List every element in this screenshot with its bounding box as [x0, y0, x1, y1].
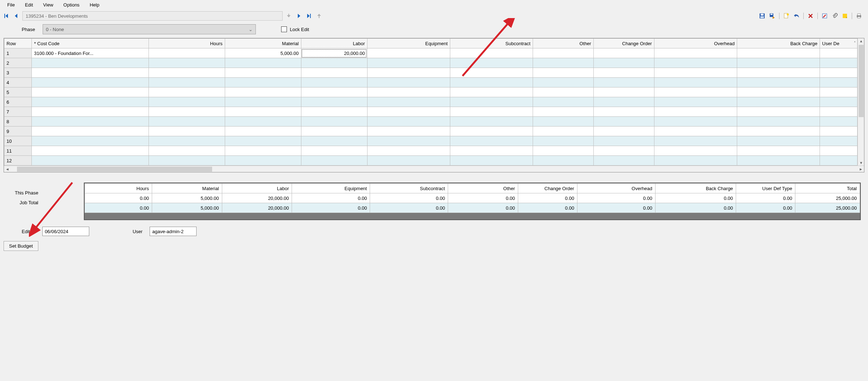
cell-material[interactable] — [225, 87, 301, 97]
cell-equipment[interactable] — [367, 97, 450, 107]
cell-labor[interactable] — [301, 156, 367, 166]
next-record-icon[interactable] — [295, 12, 303, 20]
cell-user_def[interactable] — [820, 78, 858, 87]
col-hours[interactable]: Hours — [149, 39, 225, 48]
sticky-note-icon[interactable] — [841, 12, 849, 20]
row-number[interactable]: 2 — [4, 58, 32, 68]
cell-user_def[interactable] — [820, 58, 858, 68]
col-back-charge[interactable]: Back Charge — [737, 39, 820, 48]
cell-user_def[interactable] — [820, 97, 858, 107]
cell-hours[interactable] — [149, 97, 225, 107]
col-row[interactable]: Row — [4, 39, 32, 48]
cell-change_order[interactable] — [593, 97, 654, 107]
row-number[interactable]: 5 — [4, 87, 32, 97]
cell-user_def[interactable] — [820, 68, 858, 78]
cell-user_def[interactable] — [820, 87, 858, 97]
cell-equipment[interactable] — [367, 136, 450, 146]
cell-overhead[interactable] — [654, 127, 737, 136]
cell-hours[interactable] — [149, 146, 225, 156]
phase-select[interactable]: 0 - None ⌄ — [43, 24, 256, 34]
vertical-scrollbar[interactable]: ▲ ▼ — [858, 38, 864, 166]
cell-overhead[interactable] — [654, 156, 737, 166]
cell-subcontract[interactable] — [450, 68, 533, 78]
cell-change_order[interactable] — [593, 136, 654, 146]
cell-material[interactable] — [225, 156, 301, 166]
row-number[interactable]: 10 — [4, 136, 32, 146]
cell-cost_code[interactable]: 3100.000 - Foundation For... — [32, 48, 149, 58]
cell-other[interactable] — [533, 87, 593, 97]
col-subcontract[interactable]: Subcontract — [450, 39, 533, 48]
row-number[interactable]: 9 — [4, 127, 32, 136]
cell-change_order[interactable] — [593, 156, 654, 166]
table-row[interactable]: 2 — [4, 58, 858, 68]
cell-change_order[interactable] — [593, 107, 654, 117]
delete-icon[interactable] — [807, 12, 815, 20]
cell-subcontract[interactable] — [450, 146, 533, 156]
cell-labor[interactable] — [301, 117, 367, 127]
edited-date-field[interactable]: 06/06/2024 — [42, 227, 89, 236]
cell-hours[interactable] — [149, 78, 225, 87]
cell-other[interactable] — [533, 136, 593, 146]
cell-labor[interactable] — [301, 127, 367, 136]
cell-user_def[interactable] — [820, 146, 858, 156]
print-icon[interactable] — [855, 12, 863, 20]
table-row[interactable]: 9 — [4, 127, 858, 136]
cell-cost_code[interactable] — [32, 146, 149, 156]
cell-subcontract[interactable] — [450, 127, 533, 136]
cell-subcontract[interactable] — [450, 87, 533, 97]
cell-material[interactable] — [225, 107, 301, 117]
cell-material[interactable] — [225, 68, 301, 78]
cell-other[interactable] — [533, 48, 593, 58]
cell-subcontract[interactable] — [450, 136, 533, 146]
cell-material[interactable] — [225, 78, 301, 87]
table-row[interactable]: 4 — [4, 78, 858, 87]
edit-note-icon[interactable] — [821, 12, 829, 20]
cell-cost_code[interactable] — [32, 127, 149, 136]
new-record-icon[interactable] — [782, 12, 790, 20]
cell-change_order[interactable] — [593, 78, 654, 87]
cell-back_charge[interactable] — [737, 68, 820, 78]
cell-back_charge[interactable] — [737, 58, 820, 68]
cell-back_charge[interactable] — [737, 87, 820, 97]
cell-equipment[interactable] — [367, 127, 450, 136]
cell-hours[interactable] — [149, 107, 225, 117]
table-row[interactable]: 6 — [4, 97, 858, 107]
popout-icon[interactable] — [315, 12, 323, 20]
cell-overhead[interactable] — [654, 107, 737, 117]
cell-change_order[interactable] — [593, 68, 654, 78]
cell-equipment[interactable] — [367, 156, 450, 166]
cell-other[interactable] — [533, 78, 593, 87]
table-row[interactable]: 12 — [4, 156, 858, 166]
cell-back_charge[interactable] — [737, 107, 820, 117]
cell-hours[interactable] — [149, 87, 225, 97]
cell-back_charge[interactable] — [737, 156, 820, 166]
record-selector[interactable]: 1395234 - Ben Developments — [22, 11, 283, 21]
cell-back_charge[interactable] — [737, 48, 820, 58]
cell-equipment[interactable] — [367, 107, 450, 117]
cell-subcontract[interactable] — [450, 107, 533, 117]
prev-record-icon[interactable] — [12, 12, 20, 20]
set-budget-button[interactable]: Set Budget — [4, 241, 38, 251]
cell-cost_code[interactable] — [32, 97, 149, 107]
cell-back_charge[interactable] — [737, 117, 820, 127]
cell-hours[interactable] — [149, 136, 225, 146]
cell-user_def[interactable] — [820, 48, 858, 58]
undo-icon[interactable] — [792, 12, 800, 20]
last-record-icon[interactable] — [305, 12, 313, 20]
cell-other[interactable] — [533, 97, 593, 107]
cell-other[interactable] — [533, 156, 593, 166]
col-equipment[interactable]: Equipment — [367, 39, 450, 48]
cell-cost_code[interactable] — [32, 78, 149, 87]
col-user-def[interactable]: User De˄ — [820, 39, 858, 48]
cell-hours[interactable] — [149, 127, 225, 136]
row-number[interactable]: 12 — [4, 156, 32, 166]
cell-subcontract[interactable] — [450, 48, 533, 58]
cell-subcontract[interactable] — [450, 156, 533, 166]
cell-hours[interactable] — [149, 58, 225, 68]
cell-material[interactable] — [225, 58, 301, 68]
cell-other[interactable] — [533, 68, 593, 78]
cell-equipment[interactable] — [367, 87, 450, 97]
cell-subcontract[interactable] — [450, 97, 533, 107]
col-cost-code[interactable]: * Cost Code — [32, 39, 149, 48]
cell-material[interactable] — [225, 146, 301, 156]
